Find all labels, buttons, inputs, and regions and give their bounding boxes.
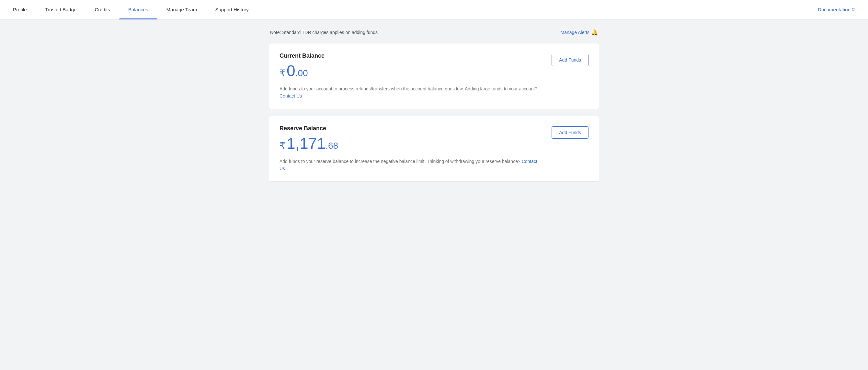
nav-item-credits[interactable]: Credits xyxy=(86,0,119,20)
current-balance-decimal: .00 xyxy=(296,68,308,79)
manage-alerts-link[interactable]: Manage Alerts 🔔 xyxy=(561,29,598,35)
current-balance-amount: ₹ 0 .00 xyxy=(280,63,541,79)
current-balance-description: Add funds to your account to process ref… xyxy=(280,85,541,100)
navbar: Profile Trusted Badge Credits Balances M… xyxy=(0,0,868,20)
note-bar: Note: Standard TDR charges applies on ad… xyxy=(269,29,599,35)
current-balance-left: Current Balance ₹ 0 .00 Add funds to you… xyxy=(280,53,541,100)
documentation-label: Documentation xyxy=(818,7,850,12)
note-text: Note: Standard TDR charges applies on ad… xyxy=(270,30,378,35)
external-link-icon: ⧉ xyxy=(852,7,855,12)
main-content: Note: Standard TDR charges applies on ad… xyxy=(256,20,612,198)
nav-item-trusted-badge[interactable]: Trusted Badge xyxy=(36,0,86,20)
reserve-balance-amount: ₹ 1,171 .68 xyxy=(280,136,541,151)
nav-items: Profile Trusted Badge Credits Balances M… xyxy=(13,0,818,20)
reserve-balance-decimal: .68 xyxy=(326,141,338,151)
reserve-balance-desc-text: Add funds to your reserve balance to inc… xyxy=(280,159,521,164)
current-balance-main: 0 xyxy=(287,63,296,79)
reserve-balance-currency: ₹ xyxy=(280,140,285,151)
nav-item-support-history[interactable]: Support History xyxy=(206,0,257,20)
current-balance-add-funds-button[interactable]: Add Funds xyxy=(552,54,588,66)
current-balance-desc-text: Add funds to your account to process ref… xyxy=(280,86,537,91)
current-balance-title: Current Balance xyxy=(280,53,541,59)
reserve-balance-description: Add funds to your reserve balance to inc… xyxy=(280,158,541,173)
reserve-balance-left: Reserve Balance ₹ 1,171 .68 Add funds to… xyxy=(280,125,541,173)
reserve-balance-add-funds-button[interactable]: Add Funds xyxy=(552,126,588,139)
reserve-balance-main: 1,171 xyxy=(287,136,326,151)
reserve-balance-title: Reserve Balance xyxy=(280,125,541,132)
reserve-balance-right: Add Funds xyxy=(552,125,588,139)
reserve-balance-card: Reserve Balance ₹ 1,171 .68 Add funds to… xyxy=(269,116,599,182)
nav-item-profile[interactable]: Profile xyxy=(13,0,36,20)
documentation-link[interactable]: Documentation ⧉ xyxy=(818,7,855,12)
current-balance-currency: ₹ xyxy=(280,68,285,79)
nav-item-manage-team[interactable]: Manage Team xyxy=(157,0,206,20)
manage-alerts-label: Manage Alerts xyxy=(561,30,590,35)
nav-right: Documentation ⧉ xyxy=(818,7,855,12)
nav-item-balances[interactable]: Balances xyxy=(119,0,157,20)
bell-icon: 🔔 xyxy=(591,29,598,35)
current-balance-card: Current Balance ₹ 0 .00 Add funds to you… xyxy=(269,43,599,109)
current-balance-right: Add Funds xyxy=(552,53,588,66)
current-balance-contact-link[interactable]: Contact Us xyxy=(280,93,302,98)
